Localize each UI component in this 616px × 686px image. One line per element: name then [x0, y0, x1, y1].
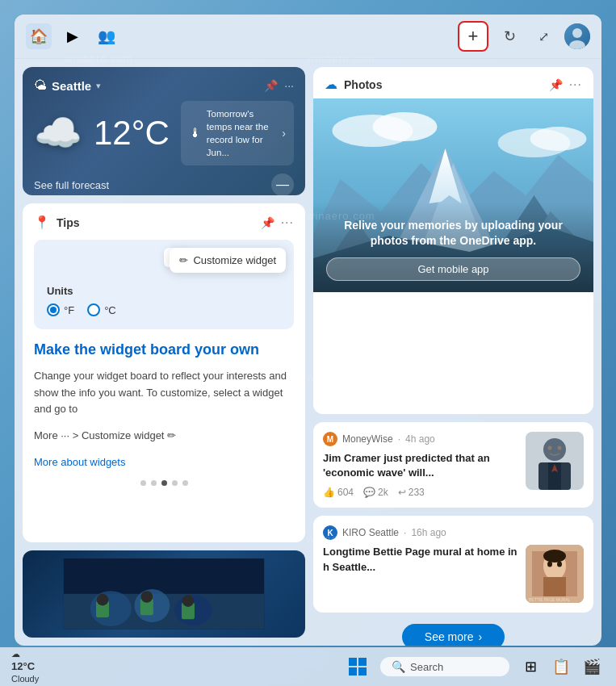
moneywise-news-item[interactable]: M MoneyWise · 4h ago Jim Cramer just pre…	[313, 422, 593, 508]
weather-header-actions: 📌 ···	[264, 79, 294, 92]
see-more-row: See more ›	[313, 621, 593, 646]
units-label: Units	[47, 285, 281, 297]
svg-rect-43	[349, 658, 357, 666]
likes-count: 604	[337, 487, 354, 498]
tips-customize-card: ··· ✏ Customize widget Units °F	[34, 240, 294, 329]
moneywise-comments: 💬 2k	[363, 487, 388, 498]
forecast-text: Tomorrow's temps near the record low for…	[207, 107, 277, 159]
weather-footer: See full forecast —	[34, 174, 294, 196]
moneywise-replies: ↩ 233	[398, 487, 425, 498]
weather-forecast-box[interactable]: 🌡 Tomorrow's temps near the record low f…	[181, 101, 294, 165]
taskbar-icon-3[interactable]: 🎬	[579, 654, 605, 680]
customize-label: Customize widget	[193, 254, 276, 266]
moneywise-time: ·	[398, 433, 400, 445]
start-button[interactable]	[343, 652, 372, 681]
kiro-source-row: K KIRO Seattle · 16h ago	[323, 525, 584, 540]
svg-point-1	[572, 28, 582, 38]
taskbar-condition: Cloudy	[11, 673, 39, 684]
tips-heading: Make the widget board your own	[34, 341, 294, 359]
photos-cloud-icon: ☁	[325, 77, 337, 92]
photos-image-area: Relive your memories by uploading your p…	[313, 98, 593, 292]
svg-point-12	[141, 592, 153, 604]
moneywise-icon: M	[323, 432, 337, 446]
taskbar-weather: ☁ 12°C Cloudy	[11, 648, 39, 684]
photos-overlay: Relive your memories by uploading your p…	[313, 202, 593, 292]
kiro-source-name: KIRO Seattle	[342, 527, 399, 538]
tips-title: Tips	[57, 216, 254, 229]
forecast-button[interactable]: —	[271, 174, 294, 196]
play-icon-button[interactable]: ▶	[60, 23, 86, 49]
tips-pin-icon[interactable]: 📌	[261, 216, 274, 229]
taskbar-icon-2[interactable]: 📋	[548, 654, 574, 680]
svg-point-16	[373, 112, 438, 141]
thermometer-icon: 🌡	[189, 123, 202, 143]
svg-point-32	[548, 446, 552, 450]
svg-rect-38	[543, 577, 566, 596]
replies-count: 233	[409, 487, 425, 498]
search-bar[interactable]: 🔍 Search	[380, 657, 509, 676]
photos-more-icon[interactable]: ···	[569, 77, 582, 92]
sports-image-placeholder	[23, 550, 305, 638]
tips-dot-4[interactable]	[172, 480, 178, 486]
see-forecast-label[interactable]: See full forecast	[34, 179, 109, 191]
weather-chevron-icon: ▾	[96, 81, 101, 91]
comment-icon: 💬	[363, 487, 375, 498]
see-more-button[interactable]: See more ›	[402, 624, 505, 646]
moneywise-source-name: MoneyWise	[342, 433, 393, 445]
customize-popup[interactable]: ✏ Customize widget	[170, 248, 286, 273]
left-column: 🌤 Seattle ▾ 📌 ··· ☁️ 12°C 🌡 Tomorrow's t…	[15, 59, 313, 646]
tips-dot-5[interactable]	[182, 480, 188, 486]
sports-image-widget	[23, 550, 305, 638]
see-more-label: See more	[425, 630, 474, 643]
svg-text:BETTIE PAGE MURAL: BETTIE PAGE MURAL	[529, 597, 571, 602]
add-widget-button[interactable]: +	[458, 21, 488, 52]
right-column: ☁ Photos 📌 ···	[313, 59, 601, 646]
moneywise-time-ago: 4h ago	[405, 433, 435, 445]
widget-panel: 🏠 ▶ 👥 + ↻ ⤢	[15, 15, 601, 646]
weather-city[interactable]: Seattle	[52, 79, 91, 93]
svg-rect-46	[358, 667, 367, 676]
fahrenheit-radio[interactable]	[47, 303, 60, 316]
celsius-option[interactable]: °C	[87, 303, 116, 316]
photos-widget: ☁ Photos 📌 ···	[313, 67, 593, 414]
kiro-news-item[interactable]: K KIRO Seattle · 16h ago Longtime Bettie…	[313, 516, 593, 613]
celsius-label: °C	[104, 304, 116, 316]
home-icon-button[interactable]: 🏠	[26, 23, 52, 49]
moneywise-news-left: M MoneyWise · 4h ago Jim Cramer just pre…	[323, 432, 518, 498]
moneywise-headline[interactable]: Jim Cramer just predicted that an 'econo…	[323, 451, 518, 480]
tips-dot-2[interactable]	[151, 480, 157, 486]
toolbar: 🏠 ▶ 👥 + ↻ ⤢	[15, 15, 601, 59]
svg-point-11	[97, 594, 109, 606]
people-icon-button[interactable]: 👥	[94, 23, 119, 49]
tips-body-link-inline: More ··· > Customize widget ✏	[34, 428, 294, 445]
search-placeholder-text: Search	[410, 661, 443, 673]
tips-icon: 📍	[34, 215, 50, 230]
tips-more-icon[interactable]: ···	[281, 215, 294, 230]
weather-more-icon[interactable]: ···	[284, 79, 294, 92]
user-avatar[interactable]	[564, 23, 590, 49]
taskbar-icon-1[interactable]: ⊞	[518, 654, 543, 680]
tips-more-widgets-link[interactable]: More about widgets	[34, 456, 125, 468]
fahrenheit-option[interactable]: °F	[47, 303, 74, 316]
weather-icon: 🌤	[34, 78, 47, 93]
celsius-radio[interactable]	[87, 303, 100, 316]
photos-pin-icon[interactable]: 📌	[549, 78, 563, 91]
content-area: 🌤 Seattle ▾ 📌 ··· ☁️ 12°C 🌡 Tomorrow's t…	[15, 59, 601, 646]
svg-point-18	[530, 127, 587, 151]
weather-cloud-icon: ☁️	[34, 111, 82, 156]
kiro-headline[interactable]: Longtime Bettie Page mural at home in h …	[323, 545, 518, 574]
weather-pin-icon[interactable]: 📌	[264, 79, 278, 92]
tips-dot-3[interactable]	[161, 480, 167, 486]
refresh-button[interactable]: ↻	[497, 23, 522, 49]
reply-icon: ↩	[398, 487, 406, 498]
svg-rect-44	[358, 658, 367, 666]
kiro-thumbnail: BETTIE PAGE MURAL	[526, 545, 584, 603]
forecast-arrow-icon: ›	[282, 125, 286, 142]
expand-button[interactable]: ⤢	[530, 23, 556, 49]
search-icon: 🔍	[392, 660, 405, 673]
photos-cta-text: Relive your memories by uploading your p…	[326, 218, 580, 249]
tips-dot-1[interactable]	[140, 480, 146, 486]
tips-pagination-dots	[34, 480, 294, 486]
get-mobile-app-button[interactable]: Get mobile app	[326, 257, 580, 281]
kiro-dot: ·	[404, 527, 406, 538]
